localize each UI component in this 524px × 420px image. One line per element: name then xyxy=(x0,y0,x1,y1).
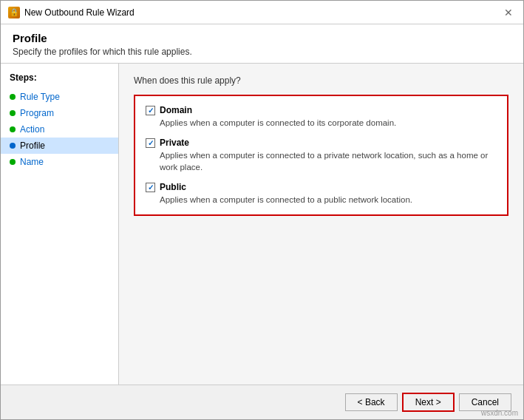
window: 🔒 New Outbound Rule Wizard ✕ Profile Spe… xyxy=(0,0,524,420)
option-label-public: Public xyxy=(160,182,186,192)
option-header-private: Private xyxy=(146,138,497,148)
sidebar-item-label: Name xyxy=(20,157,44,167)
option-header-public: Public xyxy=(146,182,497,192)
footer: < Back Next > Cancel xyxy=(1,385,523,419)
option-header-domain: Domain xyxy=(146,105,497,115)
watermark: wsxdn.com xyxy=(481,409,518,417)
content-area: Steps: Rule Type Program Action Profile … xyxy=(1,64,523,385)
option-label-private: Private xyxy=(160,138,189,148)
sidebar-item-profile[interactable]: Profile xyxy=(1,138,118,154)
title-bar: 🔒 New Outbound Rule Wizard ✕ xyxy=(1,1,523,24)
option-row-private: Private Applies when a computer is conne… xyxy=(146,138,497,173)
step-dot-name xyxy=(10,159,16,165)
sidebar-item-rule-type[interactable]: Rule Type xyxy=(1,89,118,105)
sidebar-item-action[interactable]: Action xyxy=(1,121,118,138)
sidebar-item-label: Profile xyxy=(20,140,45,151)
step-dot-action xyxy=(10,126,16,132)
question-text: When does this rule apply? xyxy=(134,75,508,86)
sidebar-title: Steps: xyxy=(1,72,118,89)
main-content: When does this rule apply? Domain Applie… xyxy=(119,64,523,385)
title-bar-left: 🔒 New Outbound Rule Wizard xyxy=(8,7,135,18)
checkbox-domain[interactable] xyxy=(146,106,155,115)
back-button[interactable]: < Back xyxy=(345,393,398,411)
option-label-domain: Domain xyxy=(160,105,192,115)
sidebar-item-name[interactable]: Name xyxy=(1,154,118,170)
close-button[interactable]: ✕ xyxy=(501,5,516,20)
page-title: Profile xyxy=(13,32,511,44)
page-subtitle: Specify the profiles for which this rule… xyxy=(13,47,511,57)
option-row-public: Public Applies when a computer is connec… xyxy=(146,182,497,206)
sidebar-item-label: Rule Type xyxy=(20,92,60,102)
sidebar-item-program[interactable]: Program xyxy=(1,105,118,121)
step-dot-program xyxy=(10,110,16,116)
sidebar-item-label: Action xyxy=(20,124,44,135)
step-dot-rule-type xyxy=(10,94,16,100)
header-section: Profile Specify the profiles for which t… xyxy=(1,24,523,64)
checkbox-private[interactable] xyxy=(146,138,155,148)
window-title: New Outbound Rule Wizard xyxy=(24,7,135,18)
window-icon: 🔒 xyxy=(8,7,20,18)
option-desc-private: Applies when a computer is connected to … xyxy=(160,149,497,173)
option-desc-domain: Applies when a computer is connected to … xyxy=(160,117,497,129)
sidebar: Steps: Rule Type Program Action Profile … xyxy=(1,64,119,385)
step-dot-profile xyxy=(10,143,16,149)
next-button[interactable]: Next > xyxy=(402,393,455,412)
sidebar-item-label: Program xyxy=(20,108,54,118)
options-box: Domain Applies when a computer is connec… xyxy=(134,95,508,216)
option-desc-public: Applies when a computer is connected to … xyxy=(160,194,497,206)
option-row-domain: Domain Applies when a computer is connec… xyxy=(146,105,497,129)
checkbox-public[interactable] xyxy=(146,183,155,192)
